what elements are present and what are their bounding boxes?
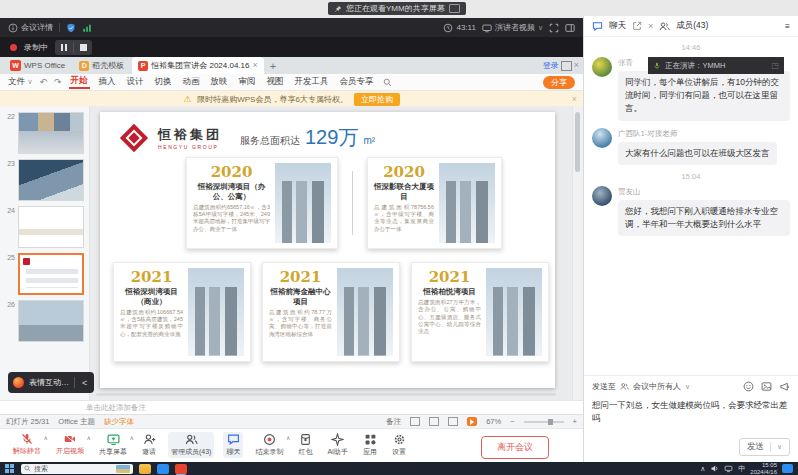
play-slideshow-button[interactable] [467,417,477,426]
stop-record-button[interactable]: 结束录制 ∧ [252,432,286,458]
layout-icon[interactable] [565,23,575,33]
share-button[interactable]: 分享 [543,76,575,89]
chat-tab[interactable]: 聊天 [609,20,626,32]
red-packet-button[interactable]: 红包 [295,432,315,458]
ribbon-tab-transition[interactable]: 切换 [153,76,174,88]
restore-window-icon[interactable] [561,61,572,71]
chevron-up-icon[interactable]: ∧ [87,434,91,441]
undo-icon[interactable]: ↶ [40,77,48,87]
slide-canvas[interactable]: 恒裕集团 HENGYU GROUP 服务总面积达 129万 m² 2020 [90,106,572,400]
search-icon[interactable] [383,78,392,87]
send-to-selector[interactable]: 会议中所有人 [633,381,681,392]
settings-button[interactable]: 设置 [389,432,409,458]
avatar[interactable] [592,128,612,148]
taskbar-search-box[interactable]: 搜索 [21,464,133,474]
redo-icon[interactable]: ↷ [54,77,62,87]
ribbon-tab-design[interactable]: 设计 [125,76,146,88]
invite-button[interactable]: 邀请 [139,432,159,458]
ribbon-tab-slideshow[interactable]: 放映 [209,76,230,88]
wps-app-icon[interactable] [175,464,187,474]
ribbon-tab-home[interactable]: 开始 [69,75,90,89]
avatar[interactable] [592,186,612,206]
notes-toggle[interactable]: 备注 [386,417,401,427]
manage-members-button[interactable]: 管理成员(43) [168,432,214,458]
chat-message-list[interactable]: 正在演讲：YMMH ◳ 14:46 张青 同学们，每个单位讲解后，有10分钟的交… [584,37,798,375]
network-icon[interactable] [724,464,733,473]
close-window-icon[interactable]: × [574,61,579,70]
emoji-icon[interactable] [743,381,754,392]
docer-tab[interactable]: D 稻壳模板 [73,57,130,74]
ribbon-tab-animation[interactable]: 动画 [181,76,202,88]
view-mode-dropdown[interactable]: 演讲者视频 ∨ [482,22,543,33]
collapse-icon[interactable]: < [80,378,89,388]
unpin-icon[interactable] [449,4,460,13]
file-explorer-icon[interactable] [139,464,151,474]
ribbon-tab-member[interactable]: 会员专享 [338,76,376,88]
recording-status: 录制中 [24,42,48,53]
zoom-in-icon[interactable]: + [573,417,577,426]
expand-video-icon[interactable]: ◳ [771,61,779,70]
menu-icon[interactable]: ≡ [785,21,790,31]
send-button[interactable]: 发送 ∨ [739,438,790,456]
network-signal-icon[interactable] [82,23,92,33]
slide-thumbnail[interactable]: 23 [5,159,84,201]
ribbon-tab-devtools[interactable]: 开发工具 [293,76,331,88]
avatar[interactable] [592,57,612,77]
start-button[interactable] [5,464,15,474]
share-screen-button[interactable]: 共享屏幕 ∧ [96,432,130,458]
missing-fonts-warning[interactable]: 缺少字体 [104,417,134,427]
ime-indicator[interactable]: 中 [738,464,745,474]
promo-banner-button[interactable]: 立即抢购 [354,93,400,106]
image-icon[interactable] [761,381,772,392]
security-shield-icon[interactable] [66,23,76,33]
fullscreen-icon[interactable] [549,23,559,33]
close-tab-icon[interactable]: × [252,61,257,70]
notification-chat-icon[interactable] [782,464,793,473]
volume-icon[interactable] [710,464,719,473]
login-button[interactable]: 登录 [543,60,559,71]
slide-thumbnail[interactable]: 24 [5,206,84,248]
slide-thumbnail[interactable]: 22 [5,112,84,154]
wps-home-tab[interactable]: W WPS Office [4,57,71,74]
ribbon-tab-review[interactable]: 审阅 [237,76,258,88]
close-banner-icon[interactable]: × [572,94,577,104]
ribbon-tab-view[interactable]: 视图 [265,76,286,88]
pause-recording-button[interactable] [55,42,73,53]
chevron-up-icon[interactable]: ∧ [130,434,134,441]
start-video-button[interactable]: 开启视频 ∧ [53,432,87,457]
reading-view-icon[interactable] [448,417,458,426]
unmute-button[interactable]: 解除静音 ∧ [10,432,44,457]
meeting-details-button[interactable]: 会议详情 [8,22,53,33]
message-input[interactable]: 想问一下刘总，女生做建模岗位吗，会要求经常出差吗 [592,399,790,424]
speaker-video-overlay[interactable]: 正在演讲：YMMH ◳ [648,57,784,74]
slide-sorter-icon[interactable] [429,417,439,426]
members-tab[interactable]: 成员(43) [676,20,708,32]
apps-button[interactable]: 应用 [360,432,380,458]
meeting-app-icon[interactable] [157,464,169,474]
zoom-slider[interactable] [524,421,564,423]
document-tab[interactable]: P 恒裕集团宣讲会 2024.04.16 × [132,57,264,74]
notes-area[interactable]: 单击此处添加备注 [0,400,583,414]
horizontal-scrollbar[interactable] [96,393,556,396]
floating-reaction-pill[interactable]: 表情互动… < [8,372,94,393]
new-tab-button[interactable]: + [266,60,280,72]
popout-icon[interactable] [632,21,642,31]
megaphone-icon[interactable] [779,381,790,392]
normal-view-icon[interactable] [410,417,420,426]
slide-thumbnail[interactable]: 26 [5,300,84,342]
slide-thumbnail-selected[interactable]: 25 [5,253,84,295]
tray-expand-icon[interactable]: ∧ [700,465,705,473]
close-chat-icon[interactable]: × [648,22,653,31]
taskbar-clock[interactable]: 15:05 2024/4/16 [750,462,777,475]
zoom-out-icon[interactable]: − [510,417,514,426]
vertical-scrollbar[interactable] [572,106,583,400]
pin-icon[interactable] [334,5,342,13]
ai-assistant-button[interactable]: AI助手 [324,432,351,458]
chevron-up-icon[interactable]: ∧ [44,434,48,441]
ribbon-tab-insert[interactable]: 插入 [97,76,118,88]
chevron-up-icon[interactable]: ∧ [286,434,290,441]
file-menu[interactable]: 文件 ∨ [8,76,33,88]
stop-recording-button[interactable] [73,42,92,53]
leave-meeting-button[interactable]: 离开会议 [481,436,549,459]
chat-button[interactable]: 聊天 [223,432,243,458]
